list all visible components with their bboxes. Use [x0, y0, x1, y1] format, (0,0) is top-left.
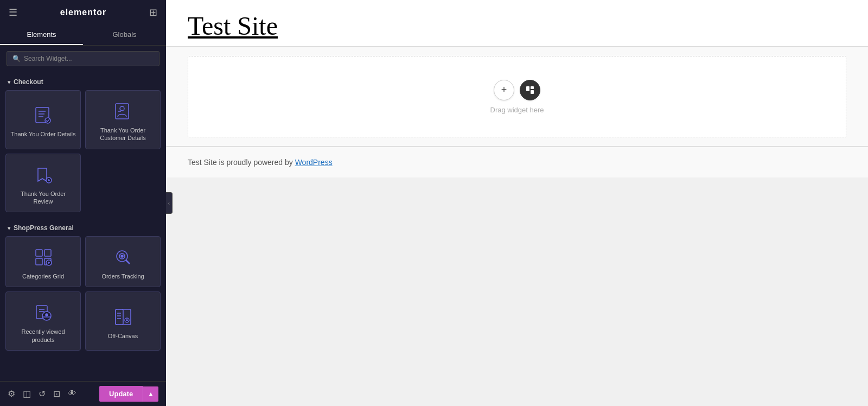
update-chevron-button[interactable]: ▲ — [143, 386, 158, 402]
thank-you-order-customer-details-label: Thank You Order Customer Details — [90, 126, 156, 142]
site-footer: Test Site is proudly powered by WordPres… — [166, 147, 868, 177]
template-button[interactable] — [520, 80, 540, 100]
section-checkout[interactable]: ▾ Checkout — [0, 72, 166, 90]
svg-rect-36 — [526, 86, 529, 91]
section-shoppress-general[interactable]: ▾ ShopPress General — [0, 218, 166, 236]
off-canvas-label: Off-Canvas — [108, 332, 138, 340]
categories-grid-label: Categories Grid — [22, 272, 64, 280]
svg-point-6 — [120, 106, 124, 111]
settings-icon[interactable]: ⚙ — [8, 389, 15, 399]
add-widget-button[interactable]: + — [494, 80, 514, 100]
panel-bottombar: ⚙ ◫ ↺ ⊡ 👁 Update ▲ — [0, 381, 166, 406]
checkout-label: Checkout — [14, 78, 43, 86]
tab-globals[interactable]: Globals — [83, 25, 166, 45]
svg-line-20 — [126, 260, 130, 264]
collapse-panel-handle[interactable]: ‹ — [166, 192, 173, 214]
thank-you-order-customer-details-icon — [112, 100, 134, 122]
svg-rect-29 — [116, 309, 123, 325]
update-button-group: Update ▲ — [99, 386, 158, 402]
thank-you-order-details-label: Thank You Order Details — [11, 130, 76, 138]
responsive-icon[interactable]: ⊡ — [53, 389, 60, 399]
search-icon: 🔍 — [12, 55, 21, 62]
checkout-chevron-icon: ▾ — [8, 79, 10, 85]
svg-rect-37 — [531, 86, 534, 89]
svg-rect-13 — [36, 258, 42, 265]
thank-you-order-review-label: Thank You Order Review — [10, 190, 76, 206]
svg-point-24 — [46, 314, 48, 316]
history-icon[interactable]: ↺ — [39, 389, 46, 399]
panel-topbar: ☰ elementor ⊞ — [0, 0, 166, 25]
widget-list: ▾ Checkout Thank You Order Details — [0, 72, 166, 406]
widget-thank-you-order-details[interactable]: Thank You Order Details — [5, 90, 81, 149]
main-canvas-area: Test Site + Drag widget here Test Site i… — [166, 0, 868, 406]
shoppress-widget-grid: Categories Grid Orders Tracking — [0, 236, 166, 356]
eye-icon[interactable]: 👁 — [68, 389, 76, 399]
widget-orders-tracking[interactable]: Orders Tracking — [85, 236, 161, 287]
elementor-logo: elementor — [60, 8, 106, 17]
layers-icon[interactable]: ◫ — [23, 389, 31, 399]
tab-elements[interactable]: Elements — [0, 25, 83, 45]
grid-icon[interactable]: ⊞ — [149, 7, 157, 18]
shoppress-general-label: ShopPress General — [14, 224, 74, 232]
panel-tabs: Elements Globals — [0, 25, 166, 46]
orders-tracking-label: Orders Tracking — [101, 272, 144, 280]
widget-off-canvas[interactable]: Off-Canvas — [85, 291, 161, 351]
drag-drop-buttons: + — [494, 80, 540, 100]
thank-you-order-review-icon — [33, 164, 54, 186]
wordpress-link[interactable]: WordPress — [295, 158, 333, 167]
footer-prefix: Test Site is proudly powered by — [188, 158, 295, 167]
shoppress-chevron-icon: ▾ — [8, 225, 10, 231]
site-header: Test Site — [166, 0, 868, 47]
svg-rect-38 — [531, 90, 534, 94]
checkout-widget-grid: Thank You Order Details Thank You Order … — [0, 90, 166, 218]
update-button[interactable]: Update — [99, 386, 143, 402]
svg-point-21 — [121, 255, 123, 257]
orders-tracking-icon — [112, 246, 134, 268]
svg-rect-12 — [44, 250, 51, 256]
search-area: 🔍 — [0, 46, 166, 72]
footer-text: Test Site is proudly powered by WordPres… — [188, 158, 846, 167]
bottombar-icons: ⚙ ◫ ↺ ⊡ 👁 — [8, 389, 76, 399]
recently-viewed-products-label: Recently viewed products — [10, 328, 76, 344]
svg-rect-11 — [36, 250, 42, 256]
widget-categories-grid[interactable]: Categories Grid — [5, 236, 81, 287]
search-input[interactable] — [24, 55, 154, 62]
recently-viewed-products-icon — [33, 302, 54, 323]
widget-thank-you-order-customer-details[interactable]: Thank You Order Customer Details — [85, 90, 161, 149]
drag-drop-area[interactable]: + Drag widget here — [188, 56, 846, 137]
empty-section: + Drag widget here — [166, 47, 868, 147]
categories-grid-icon — [33, 246, 54, 268]
widget-recently-viewed-products[interactable]: Recently viewed products — [5, 291, 81, 351]
hamburger-icon[interactable]: ☰ — [9, 7, 17, 18]
site-title: Test Site — [188, 11, 846, 41]
drag-hint-text: Drag widget here — [490, 106, 544, 114]
off-canvas-icon — [112, 306, 134, 328]
thank-you-order-details-icon — [33, 104, 54, 126]
widget-thank-you-order-review[interactable]: Thank You Order Review — [5, 154, 81, 213]
left-panel: ☰ elementor ⊞ Elements Globals 🔍 ▾ Check… — [0, 0, 166, 406]
